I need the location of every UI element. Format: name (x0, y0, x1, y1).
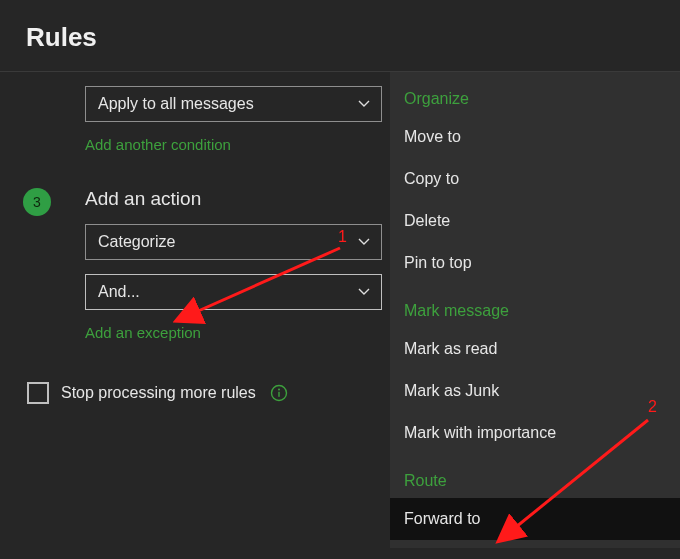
menu-item[interactable]: Move to (390, 116, 680, 158)
stop-processing-label: Stop processing more rules (61, 384, 256, 402)
condition-select[interactable]: Apply to all messages (85, 86, 382, 122)
menu-item[interactable]: Copy to (390, 158, 680, 200)
menu-item[interactable]: Mark as read (390, 328, 680, 370)
menu-group-header: Organize (390, 72, 680, 116)
menu-item[interactable]: Mark as Junk (390, 370, 680, 412)
menu-group-header: Route (390, 454, 680, 498)
svg-point-1 (278, 389, 280, 391)
chevron-down-icon (357, 285, 371, 299)
chevron-down-icon (357, 235, 371, 249)
add-exception-link[interactable]: Add an exception (85, 324, 201, 341)
annotation-1: 1 (338, 228, 347, 246)
condition-select-label: Apply to all messages (98, 95, 254, 112)
menu-item[interactable]: Mark with importance (390, 412, 680, 454)
action-dropdown-menu: OrganizeMove toCopy toDeletePin to topMa… (390, 72, 680, 548)
menu-item[interactable]: Pin to top (390, 242, 680, 284)
menu-item[interactable]: Delete (390, 200, 680, 242)
page-title: Rules (0, 0, 680, 71)
action-select-2-label: And... (98, 283, 140, 300)
step-badge-3: 3 (23, 188, 51, 216)
chevron-down-icon (357, 97, 371, 111)
action-select-2[interactable]: And... (85, 274, 382, 310)
section-title-add-action: Add an action (85, 188, 383, 210)
action-select-1-label: Categorize (98, 233, 175, 250)
add-condition-link[interactable]: Add another condition (85, 136, 231, 153)
stop-processing-checkbox[interactable] (27, 382, 49, 404)
svg-rect-2 (278, 392, 279, 397)
menu-group-header: Mark message (390, 284, 680, 328)
annotation-2: 2 (648, 398, 657, 416)
info-icon[interactable] (270, 384, 288, 402)
menu-item[interactable]: Forward to (390, 498, 680, 540)
